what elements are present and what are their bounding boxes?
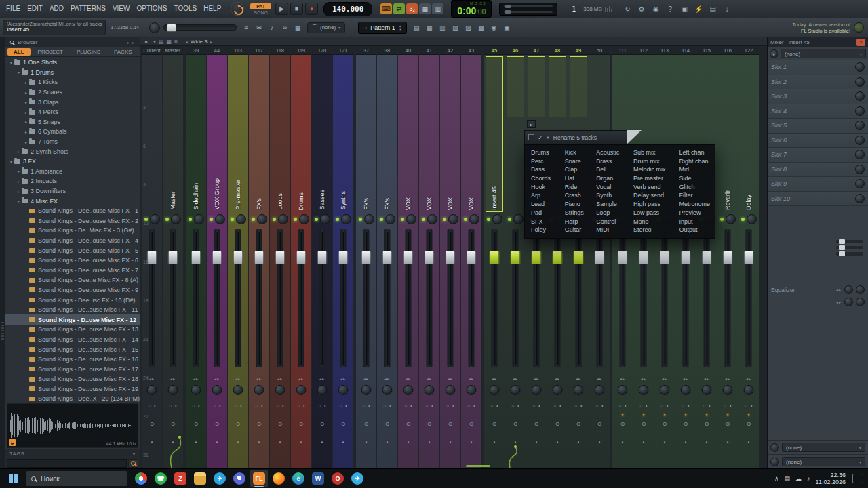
stereo-sep-knob[interactable] <box>361 385 372 395</box>
volume-fader[interactable] <box>576 229 582 367</box>
volume-fader[interactable] <box>683 229 689 367</box>
keys-icon[interactable]: ▦ <box>292 22 304 33</box>
eq-freq-knob-1[interactable] <box>844 285 853 294</box>
pan-knob[interactable] <box>236 214 246 224</box>
phase-icon[interactable]: ○ <box>404 403 407 408</box>
channel-mode-icon[interactable]: ◑ <box>410 403 412 408</box>
route-target-icon[interactable]: ⊙ <box>675 421 696 427</box>
start-button[interactable] <box>2 469 24 488</box>
tree-file-sound-kings-de-ouse-misc-fx-14[interactable]: Sound Kings - De..ouse Misc FX - 14 <box>5 335 140 345</box>
route-target-icon[interactable]: ⊙ <box>207 421 227 427</box>
rename-option-midi[interactable]: MIDI <box>591 226 629 235</box>
tree-folder-5-snaps[interactable]: ▸5 Snaps <box>5 117 140 127</box>
mixer-strip-38[interactable]: 38FX's◂▸○◑⊙▴ <box>377 46 397 468</box>
opera-icon[interactable]: O <box>329 470 347 487</box>
chevron-up-icon[interactable]: ∧ <box>774 475 779 482</box>
pattern-selector[interactable]: ◂ Pattern 1 ▴ ▾ <box>358 22 407 34</box>
rename-option-drums[interactable]: Drums <box>526 148 560 157</box>
send-arrow-icon[interactable]: ▴ <box>270 439 290 445</box>
pattern-spinner[interactable]: ▴ ▾ <box>399 24 401 31</box>
rename-option-input[interactable]: Input <box>674 218 713 226</box>
download-icon[interactable]: ↓ <box>721 3 734 15</box>
channel-mode-icon[interactable]: ◑ <box>496 403 498 408</box>
fx-slot-1[interactable]: Slot 1 <box>768 60 868 75</box>
record-arm-icon[interactable]: ● <box>717 413 738 417</box>
record-arm-icon[interactable]: ● <box>612 413 633 417</box>
strip-number[interactable]: 40 <box>398 46 418 55</box>
news-icon[interactable] <box>854 22 864 33</box>
rename-option-vocal[interactable]: Vocal <box>591 183 629 192</box>
pan-knob[interactable] <box>150 214 160 224</box>
channel-mode-icon[interactable]: ◑ <box>452 403 454 408</box>
volume-fader[interactable] <box>406 229 412 367</box>
stereo-sep-knob[interactable] <box>660 385 670 395</box>
sync-icon[interactable]: ↻ <box>621 3 634 15</box>
volume-fader[interactable] <box>513 229 519 367</box>
slot-mix-knob[interactable] <box>855 150 865 159</box>
fader-handle[interactable] <box>382 251 393 264</box>
strip-number[interactable]: 48 <box>547 46 568 55</box>
strip-number[interactable]: 119 <box>291 46 311 55</box>
mixer-strip-122[interactable]: 122Delay◂▸○◑●⊙▴ <box>738 46 759 468</box>
tree-file-sound-kings-dee-ouse-misc-fx-1[interactable]: Sound Kings - Dee..ouse Misc FX - 1 <box>5 206 140 216</box>
rename-option-organ[interactable]: Organ <box>591 174 629 183</box>
send-arrow-icon[interactable]: ▴ <box>675 439 696 445</box>
tree-file-sound-kings-dee-ouse-misc-fx-5[interactable]: Sound Kings - Dee..ouse Misc FX - 5 <box>5 245 140 256</box>
stereo-sep-knob[interactable] <box>702 385 712 395</box>
mixer-strip-118[interactable]: 118Loops◂▸○◑⊙▴ <box>270 46 290 468</box>
send-arrow-icon[interactable]: ▴ <box>249 439 269 445</box>
fx-slot-10[interactable]: Slot 10 <box>768 192 868 207</box>
record-arm-icon[interactable]: ● <box>675 413 696 417</box>
record-arm-icon[interactable]: ● <box>738 413 759 417</box>
mixer-strip-120[interactable]: 120Basses◂▸○◑⊙▴ <box>312 46 332 468</box>
stereo-sep-knob[interactable] <box>723 385 733 395</box>
file-explorer-icon[interactable] <box>191 470 209 487</box>
mute-led[interactable] <box>401 218 404 221</box>
file-icon[interactable]: ▤ <box>157 39 165 45</box>
rename-option-filter[interactable]: Filter <box>674 191 713 200</box>
tree-file-sound-kings-dee-ouse-misc-fx-4[interactable]: Sound Kings - Dee..ouse Misc FX - 4 <box>5 236 140 246</box>
tree-file-sound-kings-de-ouse-misc-fx-15[interactable]: Sound Kings - De..ouse Misc FX - 15 <box>5 344 140 354</box>
volume-fader[interactable] <box>469 229 475 367</box>
route-target-icon[interactable]: ⊙ <box>163 421 183 427</box>
strip-number[interactable]: 117 <box>249 46 269 55</box>
channel-mode-icon[interactable]: ◑ <box>431 403 433 408</box>
strip-number[interactable]: 120 <box>312 46 332 55</box>
strip-number[interactable]: 39 <box>186 46 206 55</box>
pan-knob[interactable] <box>215 214 225 224</box>
fader-handle[interactable] <box>446 251 456 264</box>
fader-handle[interactable] <box>681 251 691 264</box>
pan-knob[interactable] <box>364 214 374 224</box>
stop-button[interactable]: ■ <box>290 3 303 15</box>
channel-mode-icon[interactable]: ◑ <box>708 403 711 408</box>
volume-fader[interactable] <box>597 229 603 367</box>
fader-handle[interactable] <box>275 251 285 264</box>
pan-knob[interactable] <box>747 214 757 224</box>
volume-fader[interactable] <box>620 229 626 367</box>
rename-option-low-pass[interactable]: Low pass <box>629 209 675 218</box>
rename-option-guitar[interactable]: Guitar <box>560 226 592 235</box>
volume-fader[interactable] <box>427 229 433 367</box>
rename-option-verb-send[interactable]: Verb send <box>629 183 675 192</box>
channel-mode-icon[interactable]: ◑ <box>601 403 604 408</box>
mixer-strip-39[interactable]: 39Sidechain◂▸○◑⊙▴ <box>186 46 206 468</box>
volume-fader[interactable] <box>641 229 647 367</box>
send-arrow-icon[interactable]: ▴ <box>419 439 439 445</box>
route-target-icon[interactable]: ⊙ <box>419 421 439 427</box>
main-volume-knob[interactable] <box>149 22 160 33</box>
volume-icon[interactable]: ♪ <box>807 475 810 482</box>
clock[interactable]: 22:36 11.02.2026 <box>816 472 846 485</box>
channel-mode-icon[interactable]: ◑ <box>174 403 177 408</box>
tree-file-sound-kings-de-misc-fx-3-g[interactable]: Sound Kings - De..Misc FX - 3 (G#) <box>5 226 140 236</box>
browser-tab-packs[interactable]: PACKS <box>108 48 138 56</box>
midi-keyboard-icon[interactable]: ▤ <box>707 3 719 15</box>
rename-option-preview[interactable]: Preview <box>674 209 713 218</box>
fx-slot-3[interactable]: Slot 3 <box>768 89 868 104</box>
record-arm-icon[interactable]: ● <box>696 413 717 417</box>
slot-mix-knob[interactable] <box>855 165 865 174</box>
volume-fader[interactable] <box>235 229 241 367</box>
send-arrow-icon[interactable]: ▴ <box>526 439 547 445</box>
tree-folder-1-drums[interactable]: ▾1 Drums <box>5 68 140 78</box>
volume-fader[interactable] <box>363 229 370 367</box>
route-target-icon[interactable]: ⊙ <box>738 421 759 427</box>
